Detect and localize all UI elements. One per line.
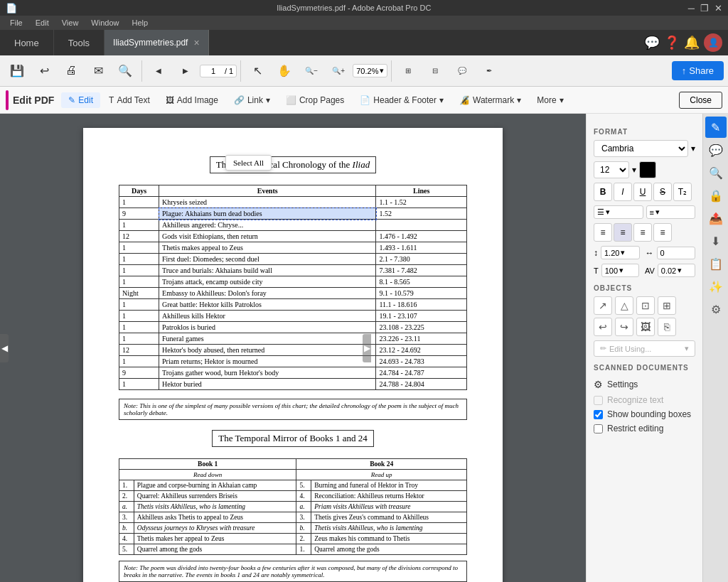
panel-icon-enhance[interactable]: ✨ xyxy=(705,276,727,297)
color-picker[interactable] xyxy=(639,161,656,178)
window-title: IliadSymmetries.pdf - Adobe Acrobat Pro … xyxy=(20,4,688,12)
save-btn[interactable]: 💾 xyxy=(4,63,30,80)
add-image-btn[interactable]: 🖼 Add Image xyxy=(159,92,225,108)
tools-btn[interactable]: ⊟ xyxy=(422,65,448,76)
tools-icon: ⊟ xyxy=(432,67,438,75)
obj-copy-btn[interactable]: ⎘ xyxy=(658,318,676,336)
print-btn[interactable]: 🖨 xyxy=(58,63,84,79)
align-right-btn[interactable]: ≡ xyxy=(633,223,652,242)
menu-view[interactable]: View xyxy=(56,17,85,28)
char-spacing-icon: ↔ xyxy=(646,248,654,258)
panel-icon-export[interactable]: 📤 xyxy=(705,208,727,229)
scroll-left[interactable]: ◀ xyxy=(0,334,9,362)
align-justify-btn[interactable]: ≡ xyxy=(653,223,672,242)
tab-tools[interactable]: Tools xyxy=(54,30,105,55)
kerning-control[interactable]: 0.02 ▾ xyxy=(658,264,695,277)
num-list-control[interactable]: ≡ ▾ xyxy=(646,205,696,219)
prev-page-btn[interactable]: ◀ xyxy=(146,65,171,76)
panel-icon-edit[interactable]: ✎ xyxy=(705,117,727,138)
obj-image-btn[interactable]: 🖼 xyxy=(636,318,655,336)
strikethrough-btn[interactable]: S xyxy=(653,183,672,201)
minimize-btn[interactable]: ─ xyxy=(688,3,695,14)
font-size-select[interactable]: 12 xyxy=(594,161,629,178)
panel-icon-comment[interactable]: 💬 xyxy=(705,139,727,161)
mirror-row: 1.Plague and corpse-burning in Akhaian c… xyxy=(119,480,467,491)
select-all-popup[interactable]: Select All xyxy=(225,155,272,171)
email-btn[interactable]: ✉ xyxy=(85,63,111,80)
underline-btn[interactable]: U xyxy=(633,183,652,201)
scale-control[interactable]: 100 ▾ xyxy=(601,264,639,277)
scale-kerning-row: T 100 ▾ AV 0.02 ▾ xyxy=(594,264,695,277)
panel-icon-settings2[interactable]: ⚙ xyxy=(705,298,727,320)
share-button[interactable]: ↑ Share xyxy=(672,61,724,80)
restrict-editing-checkbox[interactable] xyxy=(594,424,603,433)
align-left-btn[interactable]: ≡ xyxy=(594,223,612,242)
scroll-right[interactable]: ▶ xyxy=(363,334,371,362)
page-input[interactable] xyxy=(203,67,223,75)
window-controls[interactable]: ─ ❐ ✕ xyxy=(688,3,722,14)
bold-btn[interactable]: B xyxy=(594,183,612,201)
panel-icon-protect[interactable]: 🔒 xyxy=(705,185,727,206)
watermark-dropdown-icon: ▾ xyxy=(517,95,521,105)
next-page-btn[interactable]: ▶ xyxy=(173,65,198,76)
font-select[interactable]: Cambria xyxy=(594,140,688,157)
menu-window[interactable]: Window xyxy=(85,17,124,28)
obj-redo-btn[interactable]: ↪ xyxy=(615,318,633,336)
edit-text-btn[interactable]: ✎ Edit xyxy=(61,92,100,108)
maximize-btn[interactable]: ❐ xyxy=(700,3,709,14)
align-center-btn[interactable]: ≡ xyxy=(614,223,632,242)
scale-value: 100 xyxy=(605,266,618,275)
menu-help[interactable]: Help xyxy=(126,17,154,28)
search-toolbar-btn[interactable]: 🔍 xyxy=(112,63,138,80)
hand-tool-btn[interactable]: ✋ xyxy=(272,63,297,79)
header-footer-btn[interactable]: 📄 Header & Footer ▾ xyxy=(353,92,451,108)
show-bounding-checkbox[interactable] xyxy=(594,410,603,419)
settings-row[interactable]: ⚙ Settings xyxy=(594,376,695,393)
pdf-area[interactable]: ◀ Select All The Symmetrical Chronology … xyxy=(0,114,586,582)
panel-icon-search[interactable]: 🔍 xyxy=(705,162,727,183)
close-edit-btn[interactable]: Close xyxy=(679,92,722,109)
obj-arrow-btn[interactable]: ↗ xyxy=(594,296,612,315)
table-row: 1Hektor buried24.788 - 24.804 xyxy=(119,379,467,390)
select-tool-btn[interactable]: ↖ xyxy=(245,63,270,79)
help-icon[interactable]: ❓ xyxy=(664,35,680,50)
zoom-control[interactable]: 70.2% ▾ xyxy=(353,64,387,77)
file-tab-close[interactable]: × xyxy=(193,37,199,48)
comments-icon[interactable]: 💬 xyxy=(644,35,660,50)
subscript-btn[interactable]: T₂ xyxy=(673,183,692,201)
recognize-text-checkbox[interactable] xyxy=(594,396,603,405)
watermark-btn[interactable]: 🔏 Watermark ▾ xyxy=(452,92,528,108)
zoom-in-btn[interactable]: 🔍+ xyxy=(326,65,351,76)
char-spacing-control[interactable]: 0 xyxy=(657,247,696,259)
tab-file[interactable]: IliadSymmetries.pdf × xyxy=(105,30,209,55)
line-spacing-control[interactable]: 1.20 ▾ xyxy=(601,246,640,259)
more-btn[interactable]: More ▾ xyxy=(530,92,570,108)
add-text-btn[interactable]: T Add Text xyxy=(102,92,157,108)
close-btn-window[interactable]: ✕ xyxy=(714,3,722,14)
edit-accent xyxy=(6,90,9,110)
table-row: 1Funeral games23.226 - 23.11 xyxy=(119,333,467,345)
obj-arrange-btn[interactable]: ⊞ xyxy=(658,296,676,315)
undo-btn[interactable]: ↩ xyxy=(31,63,57,80)
zoom-out-btn[interactable]: 🔍− xyxy=(299,65,324,76)
pen-btn[interactable]: ✒ xyxy=(476,65,502,76)
grid-btn[interactable]: ⊞ xyxy=(395,65,421,76)
edit-using-btn[interactable]: ✏ Edit Using... ▾ xyxy=(594,340,695,357)
panel-icon-compress[interactable]: ⬇ xyxy=(705,230,727,252)
link-btn[interactable]: 🔗 Link ▾ xyxy=(227,92,277,108)
obj-crop-btn[interactable]: ⊡ xyxy=(636,296,655,315)
chronology-table: Days Events Lines 1Khryseis seized1.1 - … xyxy=(119,185,467,390)
comment-btn[interactable]: 💬 xyxy=(449,65,475,76)
avatar[interactable]: 👤 xyxy=(704,33,722,52)
header-label: Header & Footer xyxy=(373,95,437,105)
panel-icon-organize[interactable]: 📋 xyxy=(705,253,727,274)
italic-btn[interactable]: I xyxy=(614,183,632,201)
menu-edit[interactable]: Edit xyxy=(30,17,55,28)
notifications-icon[interactable]: 🔔 xyxy=(684,35,700,50)
tab-home[interactable]: Home xyxy=(0,30,54,55)
menu-file[interactable]: File xyxy=(4,17,28,28)
obj-undo-btn[interactable]: ↩ xyxy=(594,318,612,336)
obj-triangle-btn[interactable]: △ xyxy=(615,296,633,315)
crop-pages-btn[interactable]: ⬜ Crop Pages xyxy=(279,92,351,108)
bullet-list-control[interactable]: ☰ ▾ xyxy=(594,205,643,219)
